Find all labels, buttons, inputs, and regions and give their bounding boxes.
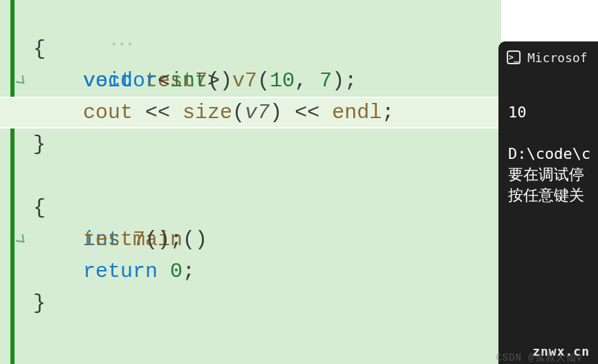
fold-chevron-icon[interactable] xyxy=(15,11,28,23)
terminal-icon: >_ xyxy=(507,50,521,64)
code-line[interactable]: } xyxy=(0,287,501,319)
code-editor[interactable]: void test7() ••• { vector<int> v7(10, 7)… xyxy=(0,0,501,364)
terminal-message: 要在调试停 xyxy=(508,166,584,183)
watermark-csdn: CSDN @孤叔大仙v xyxy=(496,352,583,364)
code-line[interactable]: void test7() ••• xyxy=(0,1,501,33)
terminal-title: Microsof xyxy=(527,50,588,65)
code-line[interactable]: } xyxy=(0,128,501,160)
terminal-output[interactable]: 10 D:\code\c 要在调试停 按任意键关 xyxy=(498,73,598,227)
code-line[interactable]: { xyxy=(0,192,501,224)
code-line[interactable]: { xyxy=(0,33,501,65)
code-line-current[interactable]: cout << size(v7) << endl; xyxy=(0,97,501,128)
terminal-output-line: 10 xyxy=(508,104,527,121)
fold-chevron-icon[interactable] xyxy=(15,170,28,182)
terminal-message: 按任意键关 xyxy=(508,186,584,204)
terminal-window[interactable]: >_ Microsof 10 D:\code\c 要在调试停 按任意键关 znw… xyxy=(498,41,598,364)
code-line[interactable]: int main() xyxy=(0,160,501,192)
terminal-titlebar[interactable]: >_ Microsof xyxy=(498,41,598,73)
code-line[interactable]: test7(); xyxy=(0,224,501,256)
code-line[interactable]: return 0; xyxy=(0,256,501,287)
code-line[interactable]: vector<int> v7(10, 7); xyxy=(0,65,501,97)
terminal-path: D:\code\c xyxy=(508,145,590,162)
